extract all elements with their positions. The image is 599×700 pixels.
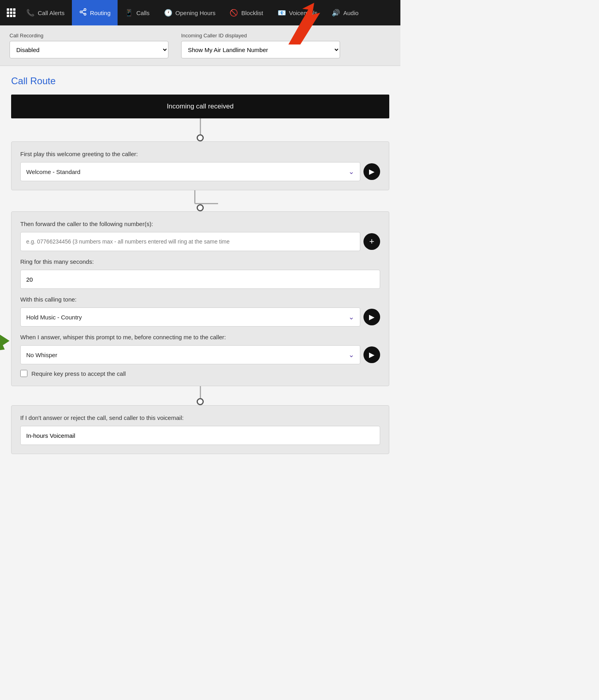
svg-marker-6 bbox=[0, 323, 14, 363]
forward-caller-label: Then forward the caller to the following… bbox=[20, 220, 380, 227]
nav-label-call-alerts: Call Alerts bbox=[38, 10, 65, 16]
keypress-label: Require key press to accept the call bbox=[31, 370, 126, 377]
welcome-greeting-label: First play this welcome greeting to the … bbox=[20, 151, 380, 157]
call-alerts-icon: 📞 bbox=[26, 9, 35, 17]
nav-label-opening-hours: Opening Hours bbox=[176, 10, 216, 16]
incoming-call-text: Incoming call received bbox=[167, 102, 234, 110]
connector-2 bbox=[11, 190, 389, 204]
connector-3 bbox=[11, 386, 389, 405]
connector-line-3 bbox=[200, 386, 201, 398]
nav-item-call-alerts[interactable]: 📞 Call Alerts bbox=[19, 0, 72, 25]
whisper-label: When I answer, whisper this prompt to me… bbox=[20, 334, 380, 340]
nav-item-calls[interactable]: 📱 Calls bbox=[118, 0, 157, 25]
whisper-value: No Whisper bbox=[26, 352, 57, 358]
calling-tone-value: Hold Music - Country bbox=[26, 314, 82, 321]
chevron-down-icon-2: ⌄ bbox=[348, 313, 354, 321]
keypress-checkbox[interactable] bbox=[20, 370, 27, 377]
svg-line-4 bbox=[82, 10, 84, 11]
nav-item-opening-hours[interactable]: 🕐 Opening Hours bbox=[157, 0, 223, 25]
nav-item-routing[interactable]: Routing bbox=[72, 0, 118, 25]
main-content: Call Route Incoming call received First … bbox=[0, 66, 400, 464]
call-route-title: Call Route bbox=[11, 75, 389, 87]
apps-grid-button[interactable] bbox=[3, 5, 19, 21]
grid-icon bbox=[7, 8, 15, 17]
whisper-row: No Whisper ⌄ ▶ bbox=[20, 345, 380, 364]
voicemail-card: If I don't answer or reject the call, se… bbox=[11, 405, 389, 454]
navigation-bar: 📞 Call Alerts Routing 📱 Calls 🕐 Opening … bbox=[0, 0, 400, 25]
routing-icon bbox=[79, 8, 87, 18]
svg-marker-7 bbox=[0, 326, 10, 356]
welcome-greeting-value: Welcome - Standard bbox=[26, 168, 80, 175]
chevron-down-icon-1: ⌄ bbox=[348, 167, 354, 176]
svg-line-3 bbox=[82, 12, 84, 14]
green-arrow-annotation bbox=[0, 323, 15, 364]
nav-item-audio[interactable]: 🔊 Audio bbox=[325, 0, 365, 25]
nav-label-voicemails: Voicemails bbox=[289, 10, 318, 16]
welcome-greeting-dropdown[interactable]: Welcome - Standard ⌄ bbox=[20, 162, 360, 181]
add-number-button[interactable]: + bbox=[363, 233, 380, 250]
call-recording-label: Call Recording bbox=[10, 33, 168, 39]
phone-number-input[interactable] bbox=[20, 232, 360, 251]
connector-circle-1 bbox=[197, 134, 204, 141]
nav-item-blocklist[interactable]: 🚫 Blocklist bbox=[222, 0, 270, 25]
voicemail-label: If I don't answer or reject the call, se… bbox=[20, 414, 380, 421]
keypress-checkbox-row: Require key press to accept the call bbox=[20, 370, 380, 377]
nav-label-blocklist: Blocklist bbox=[241, 10, 263, 16]
connector-1 bbox=[11, 118, 389, 141]
call-recording-group: Call Recording Disabled Enabled - Inboun… bbox=[10, 33, 168, 58]
chevron-down-icon-3: ⌄ bbox=[348, 350, 354, 359]
calling-tone-dropdown[interactable]: Hold Music - Country ⌄ bbox=[20, 307, 360, 327]
play-greeting-button[interactable]: ▶ bbox=[363, 163, 380, 180]
welcome-greeting-card: First play this welcome greeting to the … bbox=[11, 141, 389, 190]
ring-seconds-label: Ring for this many seconds: bbox=[20, 258, 380, 265]
connector-line-1 bbox=[200, 118, 201, 134]
opening-hours-icon: 🕐 bbox=[164, 9, 172, 17]
calling-tone-label: With this calling tone: bbox=[20, 296, 380, 303]
connector-circle-wrapper-2 bbox=[11, 204, 389, 211]
voicemail-input[interactable] bbox=[20, 426, 380, 445]
call-recording-select[interactable]: Disabled Enabled - Inbound Enabled - Out… bbox=[10, 41, 168, 58]
calls-icon: 📱 bbox=[125, 9, 133, 17]
connector-circle-2 bbox=[197, 204, 204, 211]
ring-seconds-input[interactable] bbox=[20, 270, 380, 289]
caller-id-group: Incoming Caller ID displayed Show My Air… bbox=[181, 33, 340, 58]
connector-center-2 bbox=[197, 204, 204, 211]
blocklist-icon: 🚫 bbox=[230, 9, 238, 17]
nav-label-routing: Routing bbox=[90, 10, 111, 16]
play-whisper-button[interactable]: ▶ bbox=[363, 346, 380, 363]
welcome-greeting-row: Welcome - Standard ⌄ ▶ bbox=[20, 162, 380, 181]
voicemails-icon: 📧 bbox=[278, 9, 286, 17]
settings-bar: Call Recording Disabled Enabled - Inboun… bbox=[0, 25, 400, 66]
nav-item-voicemails[interactable]: 📧 Voicemails bbox=[271, 0, 325, 25]
whisper-dropdown[interactable]: No Whisper ⌄ bbox=[20, 345, 360, 364]
nav-label-audio: Audio bbox=[343, 10, 358, 16]
audio-icon: 🔊 bbox=[332, 9, 340, 17]
connector-bend-left bbox=[194, 190, 218, 204]
play-calling-tone-button[interactable]: ▶ bbox=[363, 309, 380, 325]
phone-input-row: + bbox=[20, 232, 380, 251]
caller-id-select[interactable]: Show My Air Landline Number Show Caller'… bbox=[181, 41, 340, 58]
incoming-call-bar: Incoming call received bbox=[11, 95, 389, 118]
forward-caller-card: Then forward the caller to the following… bbox=[11, 211, 389, 386]
nav-label-calls: Calls bbox=[136, 10, 149, 16]
calling-tone-row: Hold Music - Country ⌄ ▶ bbox=[20, 307, 380, 327]
caller-id-label: Incoming Caller ID displayed bbox=[181, 33, 340, 39]
connector-circle-3 bbox=[197, 398, 204, 405]
